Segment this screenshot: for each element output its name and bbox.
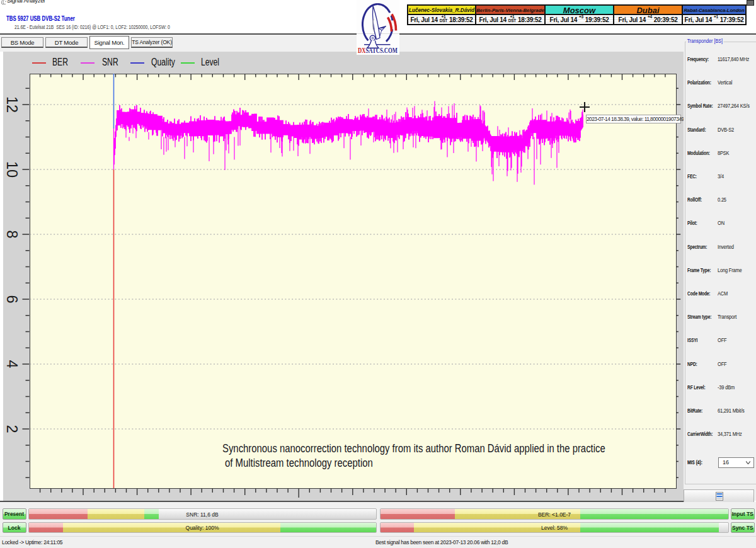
- svg-text:10: 10: [4, 161, 20, 178]
- svg-text:DXSATCS.COM: DXSATCS.COM: [358, 46, 398, 55]
- svg-text:4: 4: [4, 360, 20, 368]
- svg-text:6: 6: [4, 295, 20, 303]
- svg-text:12: 12: [4, 96, 20, 113]
- svg-text:8: 8: [4, 230, 20, 238]
- svg-text:2: 2: [4, 425, 20, 433]
